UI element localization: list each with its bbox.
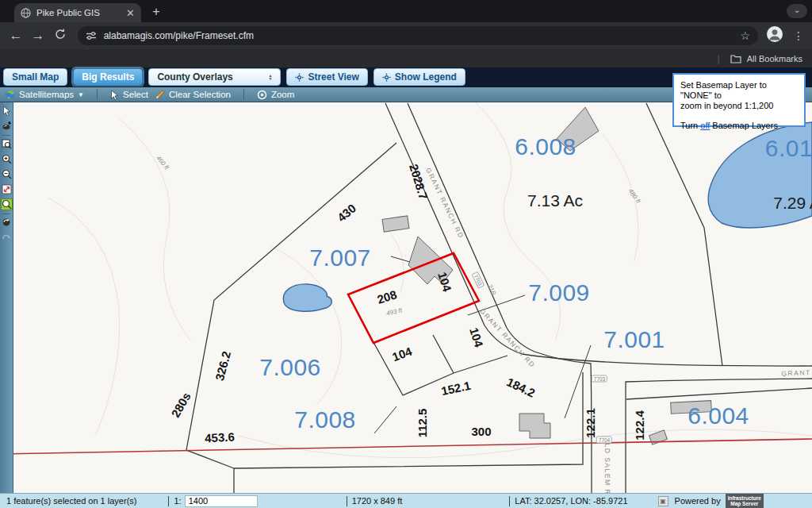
zoom-extent-tool-icon[interactable] <box>1 138 13 150</box>
gear-icon <box>382 73 391 82</box>
county-overlays-select[interactable]: County Overlays ▲▼ <box>148 68 281 86</box>
profile-avatar[interactable] <box>766 25 783 46</box>
bookmark-star-icon[interactable]: ☆ <box>740 29 750 42</box>
map-label-acre: 7.13 Ac <box>527 191 583 210</box>
map-label-parcel-id: 6.004 <box>688 402 749 429</box>
pointer-tool-icon[interactable] <box>1 105 13 117</box>
basemap-dropdown[interactable]: Satellitemaps▼ <box>5 90 84 100</box>
map-label-parcel-id: 7.009 <box>528 279 590 306</box>
browser-menu-icon[interactable]: ⋮ <box>793 29 804 42</box>
big-results-button[interactable]: Big Results <box>73 68 143 86</box>
bookmarks-bar: | All Bookmarks <box>0 49 812 67</box>
status-divider <box>509 496 510 506</box>
lat-lon-readout: LAT: 32.0257, LON: -85.9721 <box>515 496 627 506</box>
map-label-road: GRANT <box>781 368 811 377</box>
browser-toolbar: ← → alabamagis.com/pike/Frameset.cfm ☆ ⋮ <box>0 22 812 49</box>
map-tool-sidebar <box>0 102 13 493</box>
forward-icon[interactable]: → <box>27 28 49 44</box>
back-icon[interactable]: ← <box>5 28 27 44</box>
map-server-icon: ▣ <box>658 496 668 506</box>
turn-off-basemap-link[interactable]: off <box>700 121 710 130</box>
street-view-button[interactable]: Street View <box>286 68 367 86</box>
infobox-line3-prefix: Turn <box>680 121 700 130</box>
map-label-parcel-id: 6.008 <box>515 133 576 160</box>
map-label-parcel-id: 7.006 <box>259 354 321 381</box>
map-label-dim: 112.5 <box>416 409 429 438</box>
building <box>519 414 550 438</box>
browser-tabstrip: Pike Public GIS ✕ + ⌄ <box>0 0 812 22</box>
map-label-road: OLD SALEM RD <box>603 437 611 493</box>
tool-divider <box>2 135 10 136</box>
next-extent-tool-icon <box>1 232 13 244</box>
basemap-info-box: Set Basemap Layer to "NONE" to zoom in b… <box>672 73 806 127</box>
all-bookmarks-button[interactable]: All Bookmarks <box>747 54 802 64</box>
previous-extent-tool-icon[interactable] <box>1 217 13 229</box>
map-label-parcel-id: 7.001 <box>603 326 665 353</box>
select-tool-button[interactable]: Select <box>110 90 148 100</box>
map-label-parcel-id: 6.01 <box>765 135 812 162</box>
identify-tool-icon[interactable] <box>1 120 13 132</box>
map-extent: 1720 x 849 ft <box>352 496 403 506</box>
url-text[interactable]: alabamagis.com/pike/Frameset.cfm <box>104 30 733 41</box>
folder-icon <box>730 54 741 64</box>
infrastructure-map-server-badge: InfrastructureMap Server <box>726 494 764 508</box>
map-base-layer <box>0 102 812 493</box>
infobox-line1: Set Basemap Layer to "NONE" to <box>680 80 767 100</box>
show-legend-button[interactable]: Show Legend <box>373 68 465 86</box>
status-divider <box>168 496 169 506</box>
globe-favicon-icon <box>21 8 31 18</box>
pond-small <box>283 284 331 311</box>
pan-tool-icon[interactable] <box>1 183 13 195</box>
zoom-out-tool-icon[interactable] <box>1 168 13 180</box>
tab-close-icon[interactable]: ✕ <box>126 7 135 19</box>
section-line <box>0 439 812 454</box>
selection-status: 1 feature(s) selected on 1 layer(s) <box>6 496 136 506</box>
site-settings-icon[interactable] <box>86 30 97 41</box>
scale-label: 1: <box>174 496 181 506</box>
gear-icon <box>295 73 304 82</box>
scale-input[interactable] <box>185 495 258 507</box>
building <box>382 216 409 232</box>
zoom-tool-button[interactable]: Zoom <box>257 90 294 100</box>
tab-search-chevron-icon[interactable]: ⌄ <box>787 4 807 18</box>
map-label-dim: 300 <box>471 425 491 438</box>
toolbar-divider <box>97 89 98 100</box>
zoom-in-tool-icon[interactable] <box>1 153 13 165</box>
map-label-shield: 7703 <box>592 375 607 383</box>
map-canvas[interactable]: 6.0086.017.0077.0097.0017.0067.0086.0047… <box>0 102 812 493</box>
map-label-parcel-id: 7.008 <box>294 406 356 433</box>
toolbar-divider <box>243 89 244 100</box>
map-label-acre: 7.29 A <box>773 194 812 213</box>
map-label-parcel-id: 7.007 <box>309 244 371 271</box>
new-tab-button[interactable]: + <box>147 4 165 21</box>
target-icon <box>257 90 267 100</box>
map-label-dim: 453.6 <box>205 430 235 445</box>
clear-selection-button[interactable]: Clear Selection <box>155 90 231 100</box>
status-bar: 1 feature(s) selected on 1 layer(s) 1: 1… <box>0 493 812 508</box>
map-label-dim: 122.4 <box>633 410 646 441</box>
select-spinner-icon: ▲▼ <box>268 74 272 80</box>
pencil-icon <box>155 90 165 100</box>
cursor-icon <box>110 90 119 100</box>
map-label-shield: 7704 <box>596 437 612 444</box>
tab-title: Pike Public GIS <box>36 8 121 17</box>
small-map-button[interactable]: Small Map <box>3 68 67 86</box>
status-divider <box>347 496 347 506</box>
reload-icon[interactable] <box>49 28 71 44</box>
bookmarks-divider: | <box>718 53 720 64</box>
url-bar[interactable]: alabamagis.com/pike/Frameset.cfm ☆ <box>78 26 758 45</box>
browser-tab[interactable]: Pike Public GIS ✕ <box>14 3 141 22</box>
infobox-line3-suffix: Basemap Layers <box>710 121 778 130</box>
globe-icon <box>5 90 15 100</box>
powered-by-label: Powered by <box>675 496 721 506</box>
zoom-window-tool-icon[interactable] <box>1 198 13 210</box>
map-label-dim: 122.1 <box>584 408 597 438</box>
tool-divider <box>2 214 10 214</box>
infobox-line2: zoom in beyond 1:1,200 <box>680 101 773 110</box>
